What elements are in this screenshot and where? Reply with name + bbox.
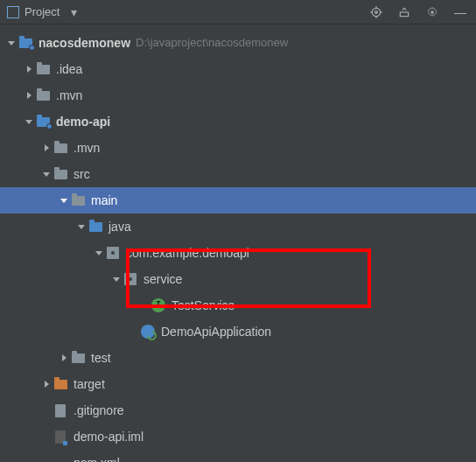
chevron-down-icon[interactable] [40,170,52,178]
chevron-down-icon[interactable] [75,222,88,231]
excluded-folder-icon [52,376,68,392]
chevron-down-icon[interactable] [58,196,70,205]
package-icon [122,271,138,287]
panel-title: Project [24,5,60,18]
project-tab-icon [7,6,19,18]
tree-label: com.example.demoapi [126,241,249,265]
chevron-right-icon[interactable] [23,65,35,74]
spring-class-icon [140,324,156,340]
chevron-down-icon[interactable] [93,248,105,257]
chevron-down-icon[interactable] [23,117,35,126]
target-icon[interactable] [368,4,385,21]
maven-file-icon: m [52,455,68,462]
folder-icon [70,350,86,366]
project-tree[interactable]: nacosdemonew D:\javaproject\nacosdemonew… [0,24,476,462]
tree-label: src [74,162,90,186]
tree-node-pom[interactable]: m pom.xml [0,450,476,462]
tree-label: test [91,346,111,370]
tree-node-mvn[interactable]: .mvn [0,82,476,108]
folder-icon [52,140,68,156]
svg-point-7 [430,10,434,14]
tree-node-service[interactable]: service [0,266,476,292]
svg-marker-10 [27,92,32,99]
tree-node-demoapi-mvn[interactable]: .mvn [0,135,476,161]
svg-marker-15 [78,225,85,229]
tree-node-test[interactable]: test [0,345,476,371]
settings-gear-icon[interactable] [424,4,441,21]
svg-marker-14 [60,199,67,203]
tree-label: java [108,214,131,239]
tree-node-demoapiapp[interactable]: DemoApiApplication [0,318,476,345]
folder-icon [52,166,68,182]
svg-marker-16 [95,251,102,256]
svg-rect-6 [400,12,408,17]
chevron-down-icon[interactable]: ▾ [65,4,82,21]
iml-file-icon [52,429,68,444]
hide-panel-icon[interactable]: — [452,4,469,21]
tree-label: main [91,188,117,213]
tree-label: .mvn [56,83,82,108]
svg-marker-8 [8,41,15,46]
tree-node-root[interactable]: nacosdemonew D:\javaproject\nacosdemonew [0,30,476,56]
tree-node-java[interactable]: java [0,214,476,240]
svg-point-0 [372,8,380,16]
tree-node-src[interactable]: src [0,161,476,187]
svg-point-1 [375,10,378,13]
folder-icon [35,61,51,77]
tree-node-gitignore[interactable]: .gitignore [0,397,476,424]
chevron-right-icon[interactable] [23,91,35,100]
tree-label: service [144,267,182,291]
svg-marker-12 [45,144,49,151]
chevron-right-icon[interactable] [58,354,70,362]
tree-node-testservice[interactable]: I TestService [0,292,476,318]
tree-label: nacosdemonew [38,31,130,55]
tree-node-idea[interactable]: .idea [0,56,476,82]
tree-label: TestService [172,293,234,318]
source-folder-icon [88,219,103,234]
svg-marker-11 [25,120,32,124]
svg-marker-13 [43,172,50,177]
tree-label: demo-api [56,109,110,134]
module-folder-icon [18,35,33,51]
tree-node-package[interactable]: com.example.demoapi [0,240,476,266]
chevron-down-icon[interactable] [110,275,122,284]
tree-node-target[interactable]: target [0,371,476,397]
chevron-down-icon[interactable] [5,38,18,47]
folder-icon [70,192,86,208]
file-icon [52,402,68,418]
folder-icon [35,88,51,103]
module-folder-icon [35,114,51,130]
tree-label: pom.xml [74,451,120,462]
tree-label: DemoApiApplication [161,319,271,344]
interface-class-icon: I [150,298,166,313]
svg-marker-17 [113,277,120,282]
tree-label: .idea [56,57,82,81]
tree-path: D:\javaproject\nacosdemonew [136,31,288,55]
tree-node-main[interactable]: main [0,187,476,214]
collapse-all-icon[interactable] [396,4,413,21]
chevron-right-icon[interactable] [40,144,52,152]
tree-label: demo-api.iml [74,424,144,449]
svg-marker-18 [62,354,66,361]
tree-label: target [74,372,105,396]
tree-node-iml[interactable]: demo-api.iml [0,424,476,450]
package-icon [105,245,121,261]
svg-marker-9 [27,66,32,73]
tree-label: .gitignore [74,398,124,423]
svg-marker-19 [45,381,49,388]
tree-node-demoapi[interactable]: demo-api [0,108,476,135]
tree-label: .mvn [74,136,100,160]
chevron-right-icon[interactable] [40,380,52,388]
